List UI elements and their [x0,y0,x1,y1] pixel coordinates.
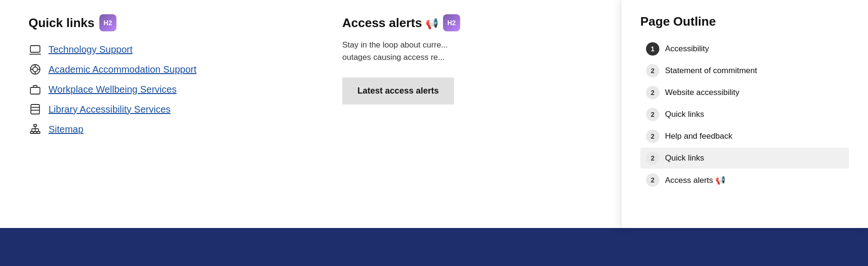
book-icon [29,103,42,116]
workplace-wellbeing-link[interactable]: Workplace Wellbeing Services [48,84,176,95]
list-item: Sitemap [29,123,304,136]
library-accessibility-link[interactable]: Library Accessibility Services [48,104,171,115]
briefcase-icon [29,83,42,96]
quick-links-panel: Quick links H2 Technology Support [0,0,323,228]
outline-megaphone-icon: 📢 [715,176,725,185]
footer-right [471,228,868,266]
outline-item-access-alerts[interactable]: 2 Access alerts 📢 [640,170,849,190]
access-alerts-h2-badge: H2 [443,14,460,31]
sitemap-icon [29,123,42,136]
access-alerts-title: Access alerts 📢 [342,16,438,30]
outline-item-website-accessibility[interactable]: 2 Website accessibility [640,82,849,103]
outline-label: Accessibility [665,44,709,54]
outline-item-quick-links-1[interactable]: 2 Quick links [640,104,849,125]
sitemap-link[interactable]: Sitemap [48,124,83,135]
list-item: Workplace Wellbeing Services [29,83,304,96]
quick-links-heading: Quick links H2 [29,14,304,31]
list-item: Technology Support [29,43,304,56]
outline-item-accessibility[interactable]: 1 Accessibility [640,38,849,59]
access-alerts-description: Stay in the loop about curre...outages c… [342,39,602,63]
svg-rect-8 [30,87,40,94]
svg-rect-14 [34,132,37,133]
quick-links-list: Technology Support Academic Accommodatio… [29,43,304,136]
latest-access-alerts-button[interactable]: Latest access alerts [342,77,454,104]
access-alerts-heading: Access alerts 📢 H2 [342,14,602,31]
access-alerts-panel: Access alerts 📢 H2 Stay in the loop abou… [323,0,621,228]
page-outline-title: Page Outline [640,14,849,29]
outline-label: Quick links [665,153,704,163]
outline-label: Help and feedback [665,132,733,141]
outline-number: 2 [646,108,659,121]
outline-label: Website accessibility [665,88,740,97]
circle-help-icon [29,63,42,76]
footer-left [0,228,471,266]
outline-item-help-feedback[interactable]: 2 Help and feedback [640,126,849,147]
outline-number: 2 [646,152,659,165]
svg-rect-0 [30,46,40,52]
page-outline-panel: Page Outline 1 Accessibility 2 Statement… [621,0,868,228]
outline-item-quick-links-2[interactable]: 2 Quick links [640,148,849,169]
outline-item-statement[interactable]: 2 Statement of commitment [640,60,849,81]
technology-support-link[interactable]: Technology Support [48,44,133,55]
outline-label: Statement of commitment [665,66,757,76]
list-item: Library Accessibility Services [29,103,304,116]
svg-rect-15 [37,132,40,133]
svg-rect-12 [34,124,37,126]
svg-rect-9 [31,104,39,114]
footer-bar [0,228,868,266]
outline-number: 1 [646,42,659,56]
laptop-icon [29,43,42,56]
outline-number: 2 [646,64,659,77]
svg-rect-13 [30,132,33,133]
megaphone-icon: 📢 [425,18,438,29]
quick-links-title: Quick links [29,16,95,30]
list-item: Academic Accommodation Support [29,63,304,76]
outline-number: 2 [646,173,659,187]
outline-label: Access alerts 📢 [665,175,725,185]
outline-number: 2 [646,130,659,143]
page-outline-list: 1 Accessibility 2 Statement of commitmen… [640,38,849,190]
outline-number: 2 [646,86,659,99]
quick-links-h2-badge: H2 [99,14,116,31]
outline-label: Quick links [665,110,704,119]
academic-accommodation-link[interactable]: Academic Accommodation Support [48,64,196,75]
svg-point-3 [33,67,38,72]
